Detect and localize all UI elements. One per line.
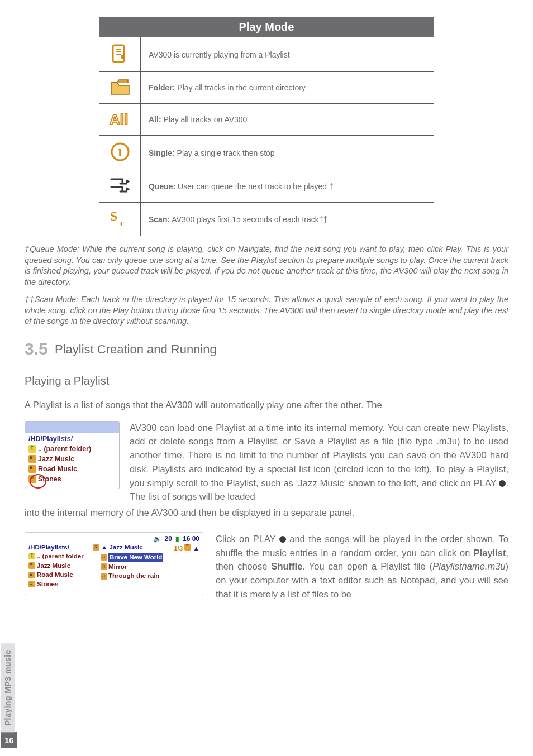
playlist-icon bbox=[110, 43, 131, 66]
section-heading: 3.5 Playlist Creation and Running bbox=[25, 339, 508, 361]
body-text: into the internal memory of the AV300 an… bbox=[25, 506, 508, 520]
parent-folder-icon bbox=[28, 553, 35, 559]
svg-text:1: 1 bbox=[117, 145, 123, 159]
table-desc: Folder: Play all tracks in the current d… bbox=[141, 72, 434, 104]
table-row: All All: Play all tracks on AV300 bbox=[99, 104, 434, 136]
table-row: AV300 is currently playing from a Playli… bbox=[99, 37, 434, 72]
music-note-icon bbox=[93, 544, 99, 551]
footnote-queue: †Queue Mode: While the current song is p… bbox=[25, 244, 508, 288]
svg-marker-8 bbox=[126, 187, 130, 192]
playlist-file-icon bbox=[28, 455, 36, 463]
body-text: Click on PLAY and the songs will be play… bbox=[216, 532, 508, 601]
battery-icon: ▮ bbox=[175, 535, 179, 543]
playlist-file-icon bbox=[28, 581, 35, 587]
music-note-icon bbox=[101, 563, 107, 570]
screenshot-playlist-panel: 🔈 20 ▮ 16 00 /HD/Playlists/ .. (parent f… bbox=[25, 532, 203, 595]
play-button-icon bbox=[279, 536, 286, 543]
table-row: Queue: User can queue the next track to … bbox=[99, 170, 434, 203]
playlist-file-icon bbox=[28, 465, 36, 473]
playlist-file-icon bbox=[184, 544, 191, 551]
table-title: Play Mode bbox=[99, 17, 434, 37]
playlist-file-icon bbox=[28, 572, 35, 578]
page-number: 16 bbox=[1, 732, 17, 748]
play-mode-table: Play Mode AV300 is currently playing fro… bbox=[99, 17, 434, 236]
subsection-heading: Playing a Playlist bbox=[25, 375, 109, 389]
svg-rect-0 bbox=[113, 45, 124, 62]
all-icon: All bbox=[108, 110, 132, 130]
svg-text:All: All bbox=[110, 111, 128, 128]
speaker-icon: 🔈 bbox=[153, 535, 161, 543]
svg-marker-7 bbox=[126, 179, 130, 184]
folder-icon bbox=[110, 78, 131, 98]
table-desc: All: Play all tracks on AV300 bbox=[141, 104, 434, 136]
table-row: 1 Single: Play a single track then stop bbox=[99, 136, 434, 170]
svg-text:S: S bbox=[110, 209, 117, 223]
table-desc: Queue: User can queue the next track to … bbox=[141, 170, 434, 203]
scan-icon: Sc bbox=[109, 208, 131, 230]
single-icon: 1 bbox=[110, 141, 131, 164]
music-note-icon bbox=[101, 573, 107, 580]
music-note-icon bbox=[101, 554, 107, 561]
table-desc: AV300 is currently playing from a Playli… bbox=[141, 37, 434, 72]
playlist-file-icon bbox=[28, 562, 35, 569]
body-text: A Playlist is a list of songs that the A… bbox=[25, 398, 508, 412]
table-row: Folder: Play all tracks in the current d… bbox=[99, 72, 434, 104]
play-button-icon bbox=[499, 480, 506, 487]
screenshot-playlists-browser: /HD/Playlists/ .. (parent folder) Jazz M… bbox=[25, 421, 120, 490]
table-desc: Single: Play a single track then stop bbox=[141, 136, 434, 170]
playlist-file-icon-circled bbox=[28, 475, 36, 483]
table-desc: Scan: AV300 plays first 15 seconds of ea… bbox=[141, 203, 434, 236]
queue-icon bbox=[109, 176, 131, 197]
page-side-label: Playing MP3 music 16 bbox=[1, 643, 17, 748]
body-text: AV300 can load one Playlist at a time in… bbox=[130, 421, 508, 504]
table-row: Sc Scan: AV300 plays first 15 seconds of… bbox=[99, 203, 434, 236]
svg-text:c: c bbox=[120, 218, 124, 228]
parent-folder-icon bbox=[28, 445, 36, 453]
footnote-scan: ††Scan Mode: Each track in the directory… bbox=[25, 294, 508, 327]
